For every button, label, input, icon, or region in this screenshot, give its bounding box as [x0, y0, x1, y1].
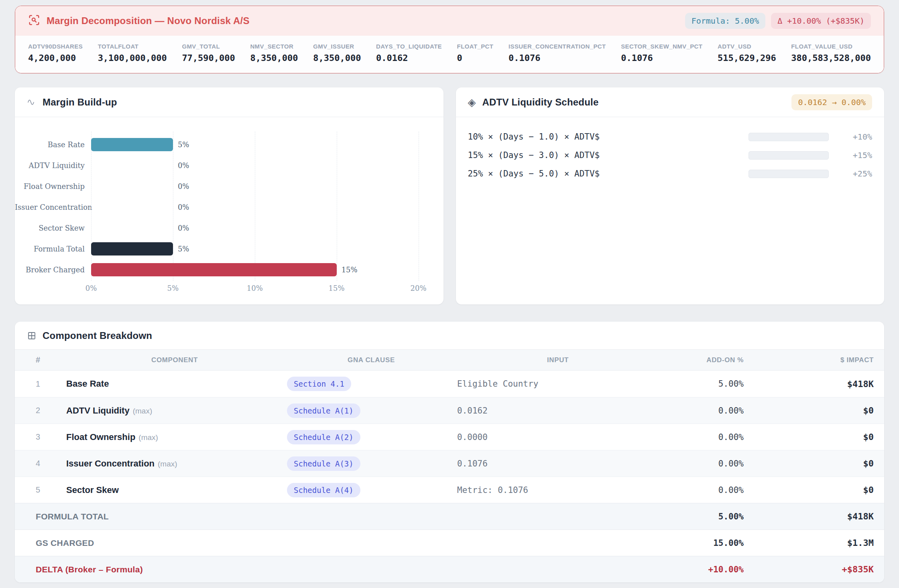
clause-cell: Schedule A(1) — [287, 403, 456, 418]
metric: ADTV_USD515,629,296 — [718, 43, 776, 73]
chart-value-label: 0% — [178, 203, 189, 211]
metric: DAYS_TO_LIQUIDATE0.0162 — [376, 43, 442, 73]
liquidity-tiers: 10% × (Days − 1.0) × ADTV$+10%15% × (Day… — [456, 117, 885, 183]
tier-addon: +25% — [840, 169, 872, 178]
chart-value-label: 15% — [342, 266, 358, 274]
addon-percent: 0.00% — [660, 432, 744, 442]
summary-row-delta: DELTA (Broker – Formula)+10.00%+$835K — [15, 556, 884, 582]
metric: GMV_TOTAL77,590,000 — [182, 43, 235, 73]
row-number: 1 — [15, 379, 62, 389]
clause-cell: Schedule A(2) — [287, 430, 456, 444]
chart-track: 0% — [91, 217, 419, 238]
clause-badge: Section 4.1 — [287, 377, 351, 391]
x-axis-tick: 15% — [329, 284, 345, 292]
panel-header: Margin Decomposition — Novo Nordisk A/S … — [15, 6, 884, 36]
clause-badge: Schedule A(3) — [287, 456, 360, 471]
dollar-impact: $0 — [744, 458, 884, 468]
tier-meter — [748, 151, 829, 160]
chart-row: Issuer Concentration0% — [15, 197, 419, 217]
x-axis-tick: 0% — [85, 284, 97, 292]
metric-label: ISSUER_CONCENTRATION_PCT — [508, 43, 606, 50]
liquidity-tier-row: 10% × (Days − 1.0) × ADTV$+10% — [456, 128, 885, 146]
liquidity-result-badge: 0.0162 → 0.00% — [791, 94, 872, 110]
margin-decomposition-panel: Margin Decomposition — Novo Nordisk A/S … — [15, 6, 884, 73]
chart-track: 5% — [91, 238, 419, 259]
metric-value: 0.1076 — [621, 53, 702, 63]
chart-x-axis: 0%5%10%15%20% — [91, 280, 419, 298]
component-name: Float Ownership — [66, 432, 135, 442]
component-cell: Issuer Concentration(max) — [62, 458, 287, 469]
metric-label: SECTOR_SKEW_NMV_PCT — [621, 43, 702, 50]
metric-value: 0.1076 — [508, 53, 606, 63]
diamond-icon: ◈ — [468, 97, 476, 107]
metric-value: 8,350,000 — [250, 53, 298, 63]
tier-addon: +15% — [840, 150, 872, 160]
metric: FLOAT_PCT0 — [457, 43, 494, 73]
component-suffix: (max) — [138, 433, 158, 442]
table-row: 2ADTV Liquidity(max)Schedule A(1)0.01620… — [15, 397, 884, 424]
wave-icon — [27, 97, 37, 107]
liquidity-schedule-card: ◈ ADTV Liquidity Schedule 0.0162 → 0.00%… — [456, 87, 885, 304]
table-row: 4Issuer Concentration(max)Schedule A(3)0… — [15, 450, 884, 476]
tier-meter — [748, 170, 829, 178]
table-summary: FORMULA TOTAL5.00%$418KGS CHARGED15.00%$… — [15, 503, 884, 582]
summary-row-total: FORMULA TOTAL5.00%$418K — [15, 503, 884, 529]
summary-impact: $1.3M — [744, 538, 884, 548]
input-value: 0.0000 — [456, 432, 660, 442]
summary-label: FORMULA TOTAL — [15, 512, 660, 521]
summary-label: GS CHARGED — [15, 538, 660, 548]
component-cell: Float Ownership(max) — [62, 432, 287, 442]
liquidity-tier-row: 25% × (Days − 5.0) × ADTV$+25% — [456, 164, 885, 183]
chart-track: 0% — [91, 176, 419, 197]
x-axis-tick: 5% — [167, 284, 179, 292]
component-name: Sector Skew — [66, 485, 119, 495]
table-body: 1Base RateSection 4.1Eligible Country5.0… — [15, 371, 884, 503]
component-cell: Sector Skew — [62, 485, 287, 495]
input-value: Metric: 0.1076 — [456, 485, 660, 495]
column-header: $ IMPACT — [744, 356, 884, 364]
summary-addon: +10.00% — [660, 565, 744, 574]
chart-category-label: Sector Skew — [15, 224, 91, 232]
metric-label: GMV_ISSUER — [313, 43, 361, 50]
input-value: 0.1076 — [456, 459, 660, 468]
gridline — [419, 132, 419, 281]
liquidity-tier-row: 15% × (Days − 3.0) × ADTV$+15% — [456, 146, 885, 164]
metric-value: 3,100,000,000 — [98, 53, 167, 63]
metric-value: 515,629,296 — [718, 53, 776, 63]
input-value: Eligible Country — [456, 379, 660, 389]
chart-bar — [91, 242, 173, 255]
dollar-impact: $418K — [744, 379, 884, 389]
metric-value: 77,590,000 — [182, 53, 235, 63]
metric-label: NMV_SECTOR — [250, 43, 298, 50]
row-number: 3 — [15, 432, 62, 442]
component-breakdown-card: Component Breakdown #COMPONENTGNA CLAUSE… — [15, 322, 884, 582]
chart-value-label: 5% — [178, 140, 189, 149]
clause-badge: Schedule A(4) — [287, 483, 360, 497]
column-header: COMPONENT — [62, 356, 287, 364]
tier-meter — [748, 133, 829, 141]
delta-badge: Δ +10.00% (+$835K) — [771, 13, 871, 29]
summary-impact: +$835K — [744, 564, 884, 574]
chart-row: Broker Charged15% — [15, 259, 419, 280]
liquidity-schedule-title: ADTV Liquidity Schedule — [482, 97, 599, 108]
table-row: 3Float Ownership(max)Schedule A(2)0.0000… — [15, 424, 884, 450]
margin-decomposition-page: Margin Decomposition — Novo Nordisk A/S … — [0, 0, 899, 582]
chart-row: Formula Total5% — [15, 238, 419, 259]
chart-bar — [91, 263, 337, 276]
clause-cell: Schedule A(3) — [287, 456, 456, 471]
metric-value: 380,583,528,000 — [791, 53, 871, 63]
metric: SECTOR_SKEW_NMV_PCT0.1076 — [621, 43, 702, 73]
metric-value: 4,200,000 — [28, 53, 83, 63]
chart-category-label: ADTV Liquidity — [15, 161, 91, 170]
metric-label: ADTV_USD — [718, 43, 776, 50]
table-row: 5Sector SkewSchedule A(4)Metric: 0.10760… — [15, 476, 884, 503]
addon-percent: 5.00% — [660, 379, 744, 389]
column-header: ADD-ON % — [660, 356, 744, 364]
row-number: 4 — [15, 459, 62, 468]
metrics-strip: ADTV90DSHARES4,200,000TOTALFLOAT3,100,00… — [15, 36, 884, 73]
metric-label: DAYS_TO_LIQUIDATE — [376, 43, 442, 50]
metric-value: 8,350,000 — [313, 53, 361, 63]
chart-row: Base Rate5% — [15, 134, 419, 155]
metric: ISSUER_CONCENTRATION_PCT0.1076 — [508, 43, 606, 73]
tier-addon: +10% — [840, 132, 872, 142]
